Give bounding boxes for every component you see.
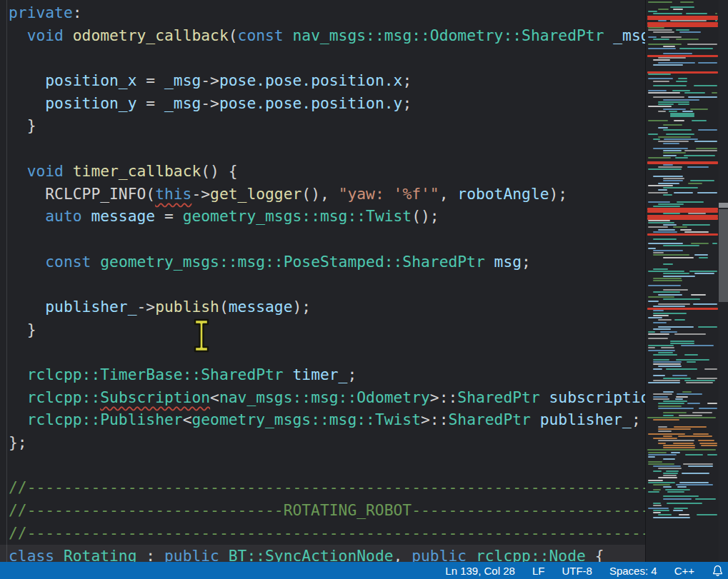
- code-line[interactable]: rclcpp::Subscription<nav_msgs::msg::Odom…: [9, 386, 645, 409]
- minimap-line: [686, 382, 712, 383]
- code-line[interactable]: [9, 137, 645, 160]
- minimap-line: [663, 263, 673, 265]
- code-line[interactable]: const geometry_msgs::msg::PoseStamped::S…: [9, 251, 645, 273]
- code-line[interactable]: [9, 228, 645, 251]
- code-token: );: [549, 185, 568, 203]
- minimap-line: [647, 161, 718, 163]
- minimap-line: [648, 106, 672, 107]
- minimap-line: [648, 78, 673, 79]
- code-line[interactable]: auto message = geometry_msgs::msg::Twist…: [9, 205, 645, 228]
- code-line[interactable]: [9, 341, 645, 363]
- minimap-line: [653, 206, 680, 207]
- minimap-line: [648, 461, 662, 463]
- code-line[interactable]: void timer_callback() {: [9, 160, 645, 183]
- code-line[interactable]: //----------------------------ROTATING_R…: [9, 499, 645, 522]
- code-line[interactable]: class Rotating : public BT::SyncActionNo…: [9, 545, 645, 563]
- code-line[interactable]: [9, 454, 645, 477]
- code-line[interactable]: }: [9, 318, 645, 341]
- minimap-line: [670, 341, 694, 343]
- code-line[interactable]: rclcpp::TimerBase::SharedPtr timer_;: [9, 363, 645, 386]
- minimap-line: [653, 81, 669, 82]
- minimap-line: [712, 92, 717, 94]
- bell-icon[interactable]: [712, 565, 724, 577]
- minimap-line: [658, 352, 673, 353]
- minimap-line: [648, 454, 677, 455]
- status-indentation[interactable]: Spaces: 4: [609, 565, 657, 577]
- code-token: pose.pose.position.y: [219, 94, 402, 112]
- minimap-line: [699, 257, 708, 258]
- minimap-line: [648, 333, 669, 335]
- minimap-line: [663, 415, 674, 416]
- code-line[interactable]: //--------------------------------------…: [9, 522, 645, 545]
- code-token: timer_callback: [73, 162, 201, 180]
- minimap-line: [658, 111, 666, 112]
- minimap-line: [680, 1, 694, 3]
- scrollbar-thumb[interactable]: [719, 209, 728, 302]
- code-token: <: [210, 388, 219, 406]
- minimap-line: [653, 503, 661, 504]
- minimap-line: [660, 331, 677, 333]
- minimap-line: [653, 465, 681, 467]
- code-token: SharedPtr: [457, 388, 549, 406]
- code-token: geometry_msgs::msg::Twist: [191, 411, 421, 428]
- minimap-line: [663, 473, 678, 474]
- minimap-line: [663, 109, 686, 110]
- code-token: BT::SyncActionNode: [229, 547, 394, 563]
- code-token: (: [219, 298, 229, 316]
- code-line[interactable]: [9, 46, 645, 69]
- minimap-line: [658, 319, 672, 321]
- code-line[interactable]: };: [9, 431, 645, 454]
- code-token: //--------------------------------------…: [9, 524, 645, 542]
- code-line[interactable]: [9, 273, 645, 296]
- code-token: ;: [402, 71, 412, 89]
- minimap-line: [663, 298, 700, 300]
- code-token: //----------------------------: [9, 501, 284, 519]
- minimap-line: [653, 322, 667, 323]
- minimap-line: [648, 222, 674, 223]
- code-editor[interactable]: private: void odometry_callback(const na…: [0, 0, 645, 562]
- status-language[interactable]: C++: [674, 565, 694, 577]
- minimap-line: [658, 426, 667, 428]
- minimap-line: [694, 141, 717, 142]
- minimap-line: [697, 378, 717, 379]
- code-line[interactable]: rclcpp::Publisher<geometry_msgs::msg::Tw…: [9, 408, 645, 431]
- minimap-line: [686, 13, 708, 14]
- minimap-line: [664, 139, 698, 140]
- code-line[interactable]: position_y = _msg->pose.pose.position.y;: [9, 92, 645, 115]
- code-line[interactable]: }: [9, 114, 645, 137]
- minimap-line: [653, 238, 677, 240]
- code-token: robotAngle: [457, 185, 549, 203]
- code-line[interactable]: private:: [9, 1, 645, 24]
- minimap-line: [648, 452, 667, 453]
- code-line[interactable]: //--------------------------------------…: [9, 476, 645, 499]
- minimap-line: [663, 178, 684, 179]
- minimap-line: [663, 187, 698, 188]
- status-encoding[interactable]: UTF-8: [562, 565, 592, 577]
- minimap-line: [648, 296, 674, 298]
- minimap-scrollbar[interactable]: [719, 0, 728, 562]
- minimap-line: [687, 44, 717, 45]
- minimap[interactable]: [645, 0, 719, 562]
- code-line[interactable]: void odometry_callback(const nav_msgs::m…: [9, 24, 645, 47]
- status-eol[interactable]: LF: [532, 565, 545, 577]
- minimap-line: [653, 250, 683, 251]
- code-token: >::: [421, 411, 448, 428]
- code-line[interactable]: publisher_->publish(message);: [9, 296, 645, 318]
- minimap-line: [653, 306, 685, 307]
- minimap-line: [648, 92, 680, 94]
- minimap-line: [663, 391, 674, 393]
- code-token: void: [27, 26, 73, 44]
- code-line[interactable]: position_x = _msg->pose.pose.position.x;: [9, 69, 645, 92]
- code-token: ;: [632, 411, 641, 428]
- minimap-line: [684, 354, 698, 356]
- minimap-line: [658, 403, 684, 404]
- scrollbar-notch: [719, 203, 728, 208]
- code-line[interactable]: RCLCPP_INFO(this->get_logger(), "yaw: '%…: [9, 183, 645, 206]
- minimap-line: [673, 443, 694, 444]
- minimap-line: [667, 491, 684, 493]
- minimap-line: [653, 254, 689, 256]
- minimap-line: [663, 194, 672, 196]
- minimap-line: [663, 458, 675, 460]
- status-line-col[interactable]: Ln 139, Col 28: [445, 565, 515, 577]
- minimap-line: [658, 203, 684, 205]
